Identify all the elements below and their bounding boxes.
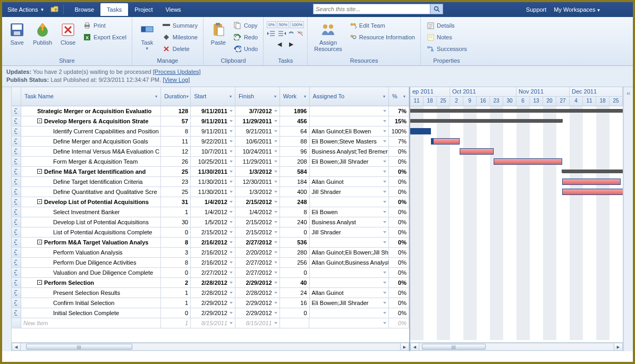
cell-work[interactable]: 208 bbox=[280, 157, 310, 166]
cell-assigned[interactable] bbox=[310, 278, 390, 287]
cell-pct[interactable]: 0% bbox=[389, 318, 409, 328]
table-row[interactable]: Perform Valuation Analysis32/16/20122/20… bbox=[12, 248, 409, 258]
cell-pct[interactable]: 0% bbox=[389, 217, 409, 227]
cell-name[interactable]: -Perform M&A Target Valuation Analys bbox=[21, 238, 161, 247]
cell-assigned[interactable] bbox=[310, 197, 390, 207]
table-row[interactable]: Present Selection Results12/28/20122/28/… bbox=[12, 288, 409, 298]
cell-start[interactable]: 2/27/2012 bbox=[191, 268, 235, 277]
cell-pct[interactable]: 7% bbox=[389, 106, 409, 116]
row-selector[interactable] bbox=[12, 248, 21, 257]
cell-pct[interactable]: 0% bbox=[389, 147, 409, 156]
table-row[interactable]: Identify Current Capabilities and Positi… bbox=[12, 126, 409, 137]
table-row[interactable]: Valuation and Due Diligence Complete02/2… bbox=[12, 268, 409, 278]
col-task-name[interactable]: Task Name▾ bbox=[21, 87, 161, 106]
cell-finish[interactable]: 1/3/2012 bbox=[235, 167, 280, 176]
cell-work[interactable]: 0 bbox=[280, 308, 310, 318]
new-item-row[interactable]: New Item18/15/20118/15/20110% bbox=[12, 318, 409, 328]
collapse-toggle[interactable]: - bbox=[37, 199, 42, 204]
collapse-toggle[interactable]: - bbox=[37, 280, 42, 285]
cell-assigned[interactable] bbox=[310, 116, 390, 126]
scroll-right-button[interactable]: ► bbox=[287, 40, 295, 48]
cell-assigned[interactable]: Eli Bowen;Jill Shrader bbox=[310, 298, 390, 308]
row-selector[interactable] bbox=[12, 227, 21, 237]
cell-assigned[interactable]: Allan Guinot;Eli Bowen;Jill Shra bbox=[310, 248, 390, 257]
table-row[interactable]: List of Potential Acquisitions Complete0… bbox=[12, 227, 409, 238]
gantt-task-bar[interactable] bbox=[410, 128, 431, 134]
cell-assigned[interactable]: Allan Guinot bbox=[310, 177, 390, 187]
cell-duration[interactable]: 0 bbox=[161, 308, 191, 318]
redo-button[interactable]: Redo bbox=[231, 32, 260, 43]
cell-finish[interactable]: 10/24/2011 bbox=[235, 147, 280, 156]
cell-name[interactable]: Define Internal Versus M&A Evaluation C bbox=[21, 147, 161, 156]
cell-duration[interactable]: 1 bbox=[161, 288, 191, 298]
cell-duration[interactable]: 8 bbox=[161, 238, 191, 247]
cell-pct[interactable]: 15% bbox=[389, 116, 409, 126]
cell-finish[interactable]: 12/30/2011 bbox=[235, 177, 280, 187]
cell-finish[interactable]: 2/27/2012 bbox=[235, 238, 280, 247]
cell-work[interactable]: 64 bbox=[280, 126, 310, 136]
cell-name[interactable]: Define Merger and Acquisition Goals bbox=[21, 137, 161, 146]
gantt-body[interactable] bbox=[410, 106, 623, 340]
table-row[interactable]: -Define M&A Target Identification and251… bbox=[12, 167, 409, 177]
table-row[interactable]: -Develop Mergers & Acquisition Strate579… bbox=[12, 116, 409, 126]
unlink-button[interactable] bbox=[297, 30, 304, 38]
cell-finish[interactable]: 2/27/2012 bbox=[235, 268, 280, 277]
cell-assigned[interactable] bbox=[310, 308, 390, 318]
cell-start[interactable]: 2/28/2012 bbox=[191, 288, 235, 298]
cell-finish[interactable]: 10/6/2011 bbox=[235, 137, 280, 146]
cell-pct[interactable]: 0% bbox=[389, 227, 409, 237]
cell-name[interactable]: -Develop Mergers & Acquisition Strate bbox=[21, 116, 161, 126]
dropdown-icon[interactable]: ▾ bbox=[230, 94, 232, 99]
cell-start[interactable]: 11/30/2011 bbox=[191, 187, 235, 197]
cell-start[interactable]: 8/15/2011 bbox=[191, 318, 235, 328]
collapse-toggle[interactable]: - bbox=[37, 240, 42, 244]
notes-button[interactable]: Notes bbox=[424, 32, 469, 43]
copy-button[interactable]: Copy bbox=[231, 20, 260, 31]
dropdown-icon[interactable]: ▾ bbox=[403, 94, 405, 99]
table-row[interactable]: Form Merger & Acquisition Team2610/25/20… bbox=[12, 157, 409, 167]
row-selector[interactable] bbox=[12, 157, 21, 166]
cell-finish[interactable]: 2/27/2012 bbox=[235, 258, 280, 267]
table-row[interactable]: -Develop List of Potential Acquisitions3… bbox=[12, 197, 409, 207]
table-row[interactable]: Develop List of Potential Acquisitions30… bbox=[12, 217, 409, 227]
cell-pct[interactable]: 0% bbox=[389, 308, 409, 318]
cell-work[interactable]: 1896 bbox=[280, 106, 310, 116]
scroll-thumb[interactable] bbox=[422, 344, 486, 350]
cell-name[interactable]: Define Quantitative and Qualitative Scre bbox=[21, 187, 161, 197]
pct-0-button[interactable]: 0% bbox=[267, 21, 276, 28]
table-row[interactable]: Initial Selection Complete02/29/20122/29… bbox=[12, 308, 409, 318]
cell-name[interactable]: Strategic Merger or Acquisition Evaluati… bbox=[21, 106, 161, 116]
scroll-right[interactable]: ► bbox=[614, 343, 623, 351]
col-assigned[interactable]: Assigned To▾ bbox=[310, 87, 390, 106]
cell-pct[interactable]: 0% bbox=[389, 187, 409, 197]
cell-work[interactable]: 536 bbox=[280, 238, 310, 247]
cell-name[interactable]: -Perform Selection bbox=[21, 278, 161, 287]
cell-duration[interactable]: 25 bbox=[161, 187, 191, 197]
cell-work[interactable]: 0 bbox=[280, 268, 310, 277]
cell-pct[interactable]: 0% bbox=[389, 268, 409, 277]
row-selector[interactable] bbox=[12, 268, 21, 277]
cell-name[interactable]: Perform Valuation Analysis bbox=[21, 248, 161, 257]
process-updates-link[interactable]: [Process Updates] bbox=[153, 69, 201, 75]
tab-tasks[interactable]: Tasks bbox=[100, 3, 128, 16]
cell-name[interactable]: Present Selection Results bbox=[21, 288, 161, 298]
cell-start[interactable]: 2/15/2012 bbox=[191, 227, 235, 237]
cell-work[interactable]: 40 bbox=[280, 278, 310, 287]
cell-start[interactable]: 2/28/2012 bbox=[191, 278, 235, 287]
cell-assigned[interactable]: Eli Bowen;Steve Masters bbox=[310, 137, 390, 146]
cell-pct[interactable]: 0% bbox=[389, 157, 409, 166]
cell-name[interactable]: Identify Current Capabilities and Positi… bbox=[21, 126, 161, 136]
cell-pct[interactable]: 0% bbox=[389, 207, 409, 217]
cell-work[interactable]: 96 bbox=[280, 147, 310, 156]
table-row[interactable]: Select Investment Banker11/4/20121/4/201… bbox=[12, 207, 409, 217]
scroll-thumb[interactable] bbox=[26, 344, 132, 350]
cell-assigned[interactable]: Allan Guinot;Eli Bowen bbox=[310, 126, 390, 136]
navigate-up-icon[interactable] bbox=[50, 5, 59, 14]
cell-work[interactable]: 184 bbox=[280, 177, 310, 187]
save-button[interactable]: Save bbox=[5, 19, 29, 56]
right-strip-expand[interactable]: ‹‹ bbox=[623, 87, 633, 351]
cell-start[interactable]: 1/4/2012 bbox=[191, 207, 235, 217]
row-selector[interactable] bbox=[12, 177, 21, 187]
table-row[interactable]: Define Quantitative and Qualitative Scre… bbox=[12, 187, 409, 197]
cell-start[interactable]: 2/16/2012 bbox=[191, 238, 235, 247]
